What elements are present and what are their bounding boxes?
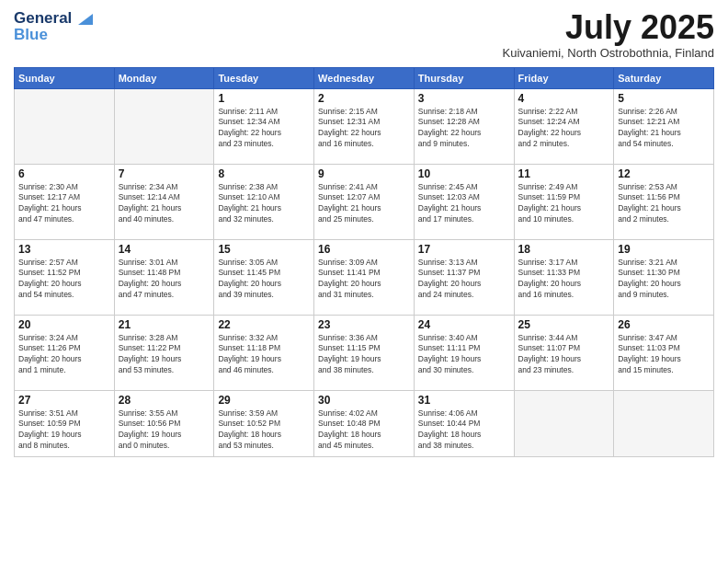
calendar-cell: 26Sunrise: 3:47 AM Sunset: 11:03 PM Dayl… — [614, 315, 714, 390]
calendar-cell: 13Sunrise: 2:57 AM Sunset: 11:52 PM Dayl… — [15, 239, 115, 315]
weekday-header-friday: Friday — [514, 67, 614, 88]
day-number: 16 — [318, 243, 410, 256]
day-number: 1 — [218, 92, 310, 105]
day-info: Sunrise: 2:53 AM Sunset: 11:56 PM Daylig… — [618, 182, 710, 226]
calendar-cell: 31Sunrise: 4:06 AM Sunset: 10:44 PM Dayl… — [414, 390, 514, 456]
weekday-header-sunday: Sunday — [15, 67, 115, 88]
day-info: Sunrise: 2:38 AM Sunset: 12:10 AM Daylig… — [218, 182, 310, 226]
week-row-4: 20Sunrise: 3:24 AM Sunset: 11:26 PM Dayl… — [15, 315, 714, 390]
day-number: 29 — [218, 394, 310, 407]
day-info: Sunrise: 3:17 AM Sunset: 11:33 PM Daylig… — [518, 258, 610, 302]
day-info: Sunrise: 4:02 AM Sunset: 10:48 PM Daylig… — [318, 408, 410, 453]
day-number: 24 — [418, 318, 510, 331]
calendar-cell: 23Sunrise: 3:36 AM Sunset: 11:15 PM Dayl… — [314, 315, 415, 390]
logo-blue: Blue — [14, 26, 93, 44]
calendar-cell: 8Sunrise: 2:38 AM Sunset: 12:10 AM Dayli… — [214, 164, 314, 239]
day-info: Sunrise: 2:22 AM Sunset: 12:24 AM Daylig… — [518, 107, 610, 151]
day-number: 15 — [218, 243, 310, 256]
calendar-cell: 20Sunrise: 3:24 AM Sunset: 11:26 PM Dayl… — [15, 315, 115, 390]
calendar-cell: 17Sunrise: 3:13 AM Sunset: 11:37 PM Dayl… — [414, 239, 514, 315]
day-info: Sunrise: 2:41 AM Sunset: 12:07 AM Daylig… — [318, 182, 410, 226]
day-number: 27 — [18, 394, 110, 407]
calendar: SundayMondayTuesdayWednesdayThursdayFrid… — [14, 67, 714, 457]
day-info: Sunrise: 3:32 AM Sunset: 11:18 PM Daylig… — [218, 333, 310, 377]
day-info: Sunrise: 3:51 AM Sunset: 10:59 PM Daylig… — [18, 408, 110, 453]
day-number: 26 — [618, 318, 710, 331]
weekday-header-tuesday: Tuesday — [214, 67, 314, 88]
day-number: 30 — [318, 394, 410, 407]
weekday-header-row: SundayMondayTuesdayWednesdayThursdayFrid… — [15, 67, 714, 88]
day-number: 28 — [119, 394, 210, 407]
week-row-2: 6Sunrise: 2:30 AM Sunset: 12:17 AM Dayli… — [15, 164, 714, 239]
calendar-cell: 27Sunrise: 3:51 AM Sunset: 10:59 PM Dayl… — [15, 390, 115, 456]
svg-marker-0 — [78, 14, 93, 25]
logo-text: General Blue — [14, 9, 93, 43]
day-info: Sunrise: 3:01 AM Sunset: 11:48 PM Daylig… — [119, 258, 210, 302]
day-number: 25 — [518, 318, 610, 331]
calendar-cell: 2Sunrise: 2:15 AM Sunset: 12:31 AM Dayli… — [314, 88, 415, 164]
title-block: July 2025 Kuivaniemi, North Ostrobothnia… — [502, 9, 714, 60]
weekday-header-thursday: Thursday — [414, 67, 514, 88]
day-info: Sunrise: 3:55 AM Sunset: 10:56 PM Daylig… — [119, 408, 210, 453]
day-number: 12 — [618, 167, 710, 180]
calendar-cell: 21Sunrise: 3:28 AM Sunset: 11:22 PM Dayl… — [114, 315, 214, 390]
day-info: Sunrise: 2:57 AM Sunset: 11:52 PM Daylig… — [18, 258, 110, 302]
day-info: Sunrise: 2:15 AM Sunset: 12:31 AM Daylig… — [318, 107, 410, 151]
month-title: July 2025 — [502, 9, 714, 46]
day-info: Sunrise: 3:24 AM Sunset: 11:26 PM Daylig… — [18, 333, 110, 377]
day-number: 22 — [218, 318, 310, 331]
calendar-cell: 24Sunrise: 3:40 AM Sunset: 11:11 PM Dayl… — [414, 315, 514, 390]
day-number: 5 — [618, 92, 710, 105]
day-number: 14 — [119, 243, 210, 256]
logo: General Blue — [14, 9, 93, 43]
calendar-cell: 22Sunrise: 3:32 AM Sunset: 11:18 PM Dayl… — [214, 315, 314, 390]
day-number: 7 — [119, 167, 210, 180]
day-info: Sunrise: 4:06 AM Sunset: 10:44 PM Daylig… — [418, 408, 510, 453]
day-number: 17 — [418, 243, 510, 256]
calendar-cell: 28Sunrise: 3:55 AM Sunset: 10:56 PM Dayl… — [114, 390, 214, 456]
calendar-cell — [15, 88, 115, 164]
day-info: Sunrise: 3:40 AM Sunset: 11:11 PM Daylig… — [418, 333, 510, 377]
location: Kuivaniemi, North Ostrobothnia, Finland — [502, 46, 714, 60]
calendar-cell: 7Sunrise: 2:34 AM Sunset: 12:14 AM Dayli… — [114, 164, 214, 239]
day-info: Sunrise: 3:21 AM Sunset: 11:30 PM Daylig… — [618, 258, 710, 302]
weekday-header-monday: Monday — [114, 67, 214, 88]
day-info: Sunrise: 2:30 AM Sunset: 12:17 AM Daylig… — [18, 182, 110, 226]
day-info: Sunrise: 3:44 AM Sunset: 11:07 PM Daylig… — [518, 333, 610, 377]
day-info: Sunrise: 3:36 AM Sunset: 11:15 PM Daylig… — [318, 333, 410, 377]
week-row-5: 27Sunrise: 3:51 AM Sunset: 10:59 PM Dayl… — [15, 390, 714, 456]
day-number: 6 — [18, 167, 110, 180]
calendar-cell: 30Sunrise: 4:02 AM Sunset: 10:48 PM Dayl… — [314, 390, 415, 456]
logo-triangle-icon — [78, 14, 93, 25]
day-info: Sunrise: 3:59 AM Sunset: 10:52 PM Daylig… — [218, 408, 310, 453]
day-info: Sunrise: 2:18 AM Sunset: 12:28 AM Daylig… — [418, 107, 510, 151]
day-number: 13 — [18, 243, 110, 256]
calendar-cell: 6Sunrise: 2:30 AM Sunset: 12:17 AM Dayli… — [15, 164, 115, 239]
day-info: Sunrise: 2:45 AM Sunset: 12:03 AM Daylig… — [418, 182, 510, 226]
weekday-header-saturday: Saturday — [614, 67, 714, 88]
weekday-header-wednesday: Wednesday — [314, 67, 415, 88]
calendar-cell: 1Sunrise: 2:11 AM Sunset: 12:34 AM Dayli… — [214, 88, 314, 164]
calendar-cell: 5Sunrise: 2:26 AM Sunset: 12:21 AM Dayli… — [614, 88, 714, 164]
calendar-cell: 4Sunrise: 2:22 AM Sunset: 12:24 AM Dayli… — [514, 88, 614, 164]
day-number: 8 — [218, 167, 310, 180]
calendar-cell: 25Sunrise: 3:44 AM Sunset: 11:07 PM Dayl… — [514, 315, 614, 390]
day-number: 19 — [618, 243, 710, 256]
day-info: Sunrise: 2:26 AM Sunset: 12:21 AM Daylig… — [618, 107, 710, 151]
calendar-cell: 16Sunrise: 3:09 AM Sunset: 11:41 PM Dayl… — [314, 239, 415, 315]
calendar-cell: 9Sunrise: 2:41 AM Sunset: 12:07 AM Dayli… — [314, 164, 415, 239]
day-info: Sunrise: 2:34 AM Sunset: 12:14 AM Daylig… — [119, 182, 210, 226]
day-number: 31 — [418, 394, 510, 407]
day-number: 2 — [318, 92, 410, 105]
day-info: Sunrise: 3:13 AM Sunset: 11:37 PM Daylig… — [418, 258, 510, 302]
day-number: 20 — [18, 318, 110, 331]
day-info: Sunrise: 3:09 AM Sunset: 11:41 PM Daylig… — [318, 258, 410, 302]
day-number: 18 — [518, 243, 610, 256]
header: General Blue July 2025 Kuivaniemi, North… — [14, 9, 714, 60]
calendar-cell: 19Sunrise: 3:21 AM Sunset: 11:30 PM Dayl… — [614, 239, 714, 315]
logo-general: General — [14, 9, 93, 28]
calendar-cell: 10Sunrise: 2:45 AM Sunset: 12:03 AM Dayl… — [414, 164, 514, 239]
day-number: 23 — [318, 318, 410, 331]
calendar-cell — [114, 88, 214, 164]
day-info: Sunrise: 3:05 AM Sunset: 11:45 PM Daylig… — [218, 258, 310, 302]
